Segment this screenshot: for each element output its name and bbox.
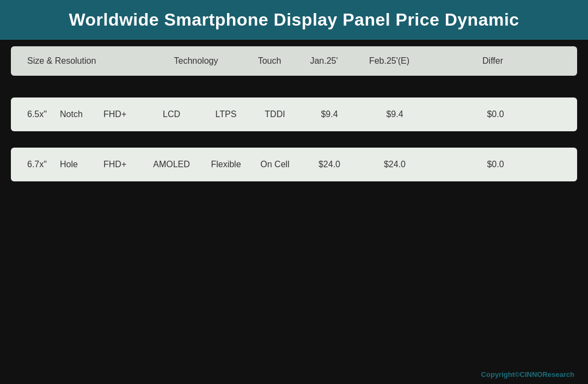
content-area: Size & Resolution Technology Touch Jan.2… bbox=[0, 40, 588, 384]
table-row: 6.7x" Hole FHD+ AMOLED Flexible On Cell … bbox=[11, 148, 577, 181]
header-differ: Differ bbox=[425, 56, 561, 66]
spacer-2 bbox=[11, 131, 577, 142]
row1-jan: $9.4 bbox=[299, 109, 359, 119]
row1-size: 6.5x" bbox=[27, 109, 60, 119]
title-bar: Worldwide Smartphone Display Panel Price… bbox=[0, 0, 588, 40]
page-title: Worldwide Smartphone Display Panel Price… bbox=[16, 10, 572, 30]
header-jan: Jan.25' bbox=[294, 56, 354, 66]
table-row: 6.5x" Notch FHD+ LCD LTPS TDDI $9.4 $9.4… bbox=[11, 97, 577, 131]
row2-technology: AMOLED bbox=[142, 160, 201, 169]
row2-notch-type: Hole bbox=[60, 160, 103, 169]
row1-technology: LCD bbox=[142, 109, 201, 119]
row2-size: 6.7x" bbox=[27, 160, 60, 169]
row2-jan: $24.0 bbox=[299, 160, 359, 169]
header-feb: Feb.25'(E) bbox=[354, 56, 425, 66]
row2-resolution: FHD+ bbox=[103, 160, 142, 169]
header-size-resolution: Size & Resolution bbox=[27, 56, 147, 66]
row2-touch-type: Flexible bbox=[201, 160, 250, 169]
header-technology: Technology bbox=[147, 56, 245, 66]
row2-feb: $24.0 bbox=[359, 160, 430, 169]
table-header: Size & Resolution Technology Touch Jan.2… bbox=[11, 46, 577, 76]
header-touch: Touch bbox=[245, 56, 294, 66]
row1-notch-type: Notch bbox=[60, 109, 103, 119]
row2-differ: $0.0 bbox=[430, 160, 561, 169]
row1-touch-ic: TDDI bbox=[250, 109, 299, 119]
copyright-text: Copyright©CINNOResearch bbox=[481, 370, 574, 379]
row1-feb: $9.4 bbox=[359, 109, 430, 119]
row1-differ: $0.0 bbox=[430, 109, 561, 119]
row1-touch-type: LTPS bbox=[201, 109, 250, 119]
row1-resolution: FHD+ bbox=[103, 109, 142, 119]
spacer-1 bbox=[11, 81, 577, 92]
row2-touch-ic: On Cell bbox=[250, 160, 299, 169]
